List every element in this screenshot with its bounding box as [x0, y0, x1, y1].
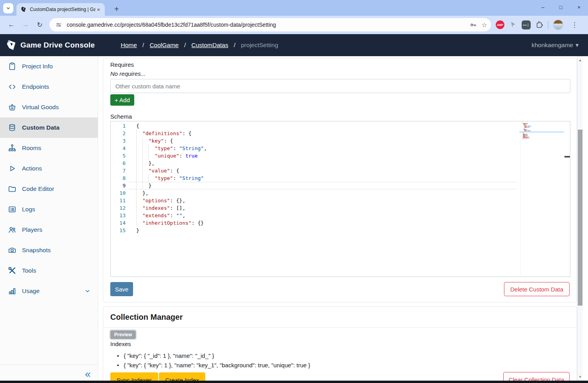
- editor-code-area[interactable]: 1{2"definitions": {3"key": {4"type": "St…: [111, 122, 570, 234]
- tab-close-icon[interactable]: ×: [95, 6, 102, 13]
- sidebar-item-custom-data[interactable]: Custom Data: [0, 117, 98, 138]
- user-menu[interactable]: khonkaengame ▾: [531, 42, 579, 49]
- minimap-token: [523, 135, 526, 136]
- extensions-puzzle-icon[interactable]: [535, 21, 543, 29]
- dots-extension-icon[interactable]: •••❘: [522, 20, 531, 29]
- minimap-token: [523, 137, 528, 138]
- code-line-9[interactable]: 9}: [111, 182, 570, 189]
- sidebar-item-project-info[interactable]: Project Info: [0, 56, 98, 77]
- password-key-icon[interactable]: [469, 20, 478, 29]
- indent-guide: [142, 167, 149, 174]
- sidebar-item-tools[interactable]: Tools: [0, 260, 98, 281]
- browser-tab[interactable]: CustomData projectSetting | Ga ×: [16, 3, 105, 16]
- indent-guide: [136, 145, 142, 152]
- sidebar-item-label: Players: [22, 226, 42, 233]
- code-line-10[interactable]: 10},: [111, 189, 570, 197]
- schema-editor[interactable]: 1{2"definitions": {3"key": {4"type": "St…: [110, 121, 570, 277]
- minimap-token: [526, 125, 526, 125]
- minimap-line: [524, 129, 564, 130]
- sidebar-item-usage[interactable]: Usage: [0, 281, 98, 301]
- line-number: 2: [111, 130, 126, 137]
- breadcrumb-customdatas[interactable]: CustomDatas: [192, 42, 228, 49]
- breadcrumb-coolgame[interactable]: CoolGame: [150, 42, 179, 49]
- code-line-11[interactable]: 11"options": {},: [111, 197, 570, 204]
- sidebar-item-logs[interactable]: Logs: [0, 199, 98, 220]
- code-line-7[interactable]: 7"value": {: [111, 167, 570, 174]
- code-line-1[interactable]: 1{: [111, 122, 570, 130]
- code-line-14[interactable]: 14"inheritOptions": {}: [111, 219, 570, 227]
- sidebar-item-rooms[interactable]: Rooms: [0, 138, 98, 158]
- minimap-token: [531, 126, 531, 126]
- arrow-extension-icon[interactable]: [509, 21, 517, 29]
- editor-minimap[interactable]: [520, 122, 564, 277]
- save-button[interactable]: Save: [110, 282, 133, 296]
- reload-icon[interactable]: ↻: [34, 19, 46, 31]
- code-token: : {: [182, 130, 191, 136]
- sidebar-item-label: Tools: [22, 267, 36, 274]
- code-line-5[interactable]: 5"unique": true: [111, 152, 570, 159]
- preview-badge[interactable]: Preview: [110, 330, 136, 339]
- code-token: : {: [164, 138, 173, 144]
- back-icon[interactable]: ←: [5, 19, 17, 31]
- code-line-3[interactable]: 3"key": {: [111, 137, 570, 145]
- sidebar-item-code-editor[interactable]: Code Editor: [0, 179, 98, 199]
- add-require-button[interactable]: + Add: [110, 94, 134, 106]
- scrollbar-up-icon[interactable]: ▲: [577, 57, 583, 63]
- window-minimize-icon[interactable]: –: [534, 0, 552, 14]
- sidebar-item-snapshots[interactable]: Snapshots: [0, 240, 98, 260]
- window-close-icon[interactable]: ×: [570, 0, 588, 14]
- minimap-token: [523, 123, 527, 124]
- window-maximize-icon[interactable]: □: [552, 0, 570, 14]
- tab-search-button[interactable]: [3, 3, 13, 13]
- code-token: "definitions": [142, 130, 183, 136]
- code-token: "inheritOptions": [142, 220, 192, 226]
- indent-guide: [148, 145, 155, 152]
- indent-guide: [136, 182, 142, 189]
- sidebar-collapse-button[interactable]: «: [85, 369, 91, 379]
- site-info-icon[interactable]: [54, 20, 63, 29]
- indent-guide: [136, 130, 142, 137]
- code-line-13[interactable]: 13"extends": "",: [111, 212, 570, 219]
- indent-guide: [136, 219, 142, 227]
- code-token: },: [148, 160, 155, 166]
- code-line-2[interactable]: 2"definitions": {: [111, 130, 570, 137]
- code-line-15[interactable]: 15}: [111, 227, 570, 234]
- browser-window: CustomData projectSetting | Ga × + – □ ×…: [0, 0, 588, 383]
- delete-custom-data-button[interactable]: Delete Custom Data: [504, 282, 570, 296]
- browser-menu-icon[interactable]: ⋮: [571, 21, 578, 29]
- code-line-12[interactable]: 12"indexes": [],: [111, 204, 570, 212]
- forward-icon[interactable]: →: [20, 19, 31, 31]
- breadcrumb-home[interactable]: Home: [121, 42, 137, 49]
- address-bar[interactable]: console.gamedrive.cc/projects/68a045fbde…: [49, 18, 491, 31]
- scrollbar-down-icon[interactable]: ▼: [577, 374, 583, 380]
- indexes-list: •{ "key": { "_id": 1 }, "name": "_id_" }…: [117, 351, 310, 370]
- line-number: 3: [111, 137, 126, 145]
- index-list-item: •{ "key": { "key": 1 }, "name": "key_1",…: [117, 360, 310, 370]
- sidebar-item-players[interactable]: Players: [0, 220, 98, 240]
- sidebar-item-actions[interactable]: Actions: [0, 158, 98, 179]
- adblock-extension-icon[interactable]: ABP: [496, 20, 504, 29]
- code-line-8[interactable]: 8"type": "String": [111, 174, 570, 182]
- custom-data-name-input[interactable]: [110, 79, 570, 93]
- line-number: 14: [111, 219, 126, 227]
- indent-guide: [136, 189, 142, 197]
- bookmark-star-icon[interactable]: ☆: [482, 21, 487, 29]
- taskbar-edge: [0, 381, 588, 383]
- sidebar-item-virtual-goods[interactable]: Virtual Goods: [0, 97, 98, 117]
- custom-data-card: Requires No requires... + Add Schema 1{2…: [103, 58, 577, 302]
- breadcrumb-separator: /: [234, 42, 235, 49]
- code-line-4[interactable]: 4"type": "String",: [111, 145, 570, 152]
- code-token: : {: [170, 168, 179, 174]
- tools-icon: [8, 266, 16, 275]
- users-icon: [8, 225, 16, 234]
- chevron-down-icon[interactable]: [84, 288, 91, 294]
- sidebar-item-endpoints[interactable]: Endpoints: [0, 77, 98, 97]
- code-token: ,: [204, 145, 207, 151]
- profile-avatar[interactable]: [553, 20, 563, 30]
- new-tab-button[interactable]: +: [111, 4, 122, 15]
- code-line-6[interactable]: 6},: [111, 159, 570, 167]
- code-token: : {}: [192, 220, 204, 226]
- scrollbar-thumb[interactable]: [578, 130, 583, 306]
- page-scrollbar[interactable]: ▲ ▼: [577, 56, 583, 383]
- code-token: : [],: [170, 205, 185, 211]
